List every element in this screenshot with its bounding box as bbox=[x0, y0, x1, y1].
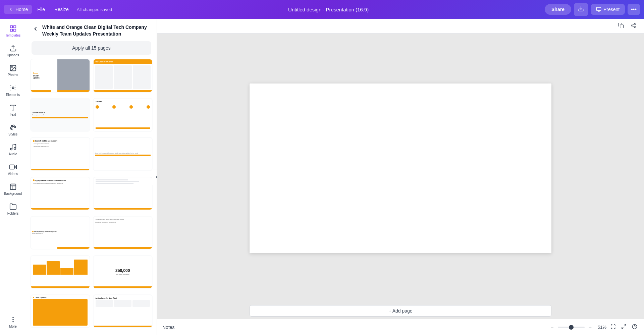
template-slide-5[interactable]: Launch mobile app support Lorem ipsum do… bbox=[30, 137, 90, 171]
svg-point-15 bbox=[14, 126, 15, 128]
folders-icon bbox=[9, 203, 17, 210]
sidebar-item-styles[interactable]: Styles bbox=[2, 120, 24, 139]
text-label: Text bbox=[10, 113, 16, 116]
sidebar-item-background[interactable]: Background bbox=[2, 180, 24, 199]
chevron-left-icon bbox=[8, 7, 13, 12]
home-button[interactable]: Home bbox=[4, 5, 32, 14]
resize-button[interactable]: Resize bbox=[50, 5, 73, 14]
document-title: Untitled design - Presentation (16:9) bbox=[115, 7, 542, 12]
text-icon bbox=[9, 104, 17, 111]
svg-rect-6 bbox=[10, 29, 12, 31]
photos-icon bbox=[9, 64, 17, 72]
present-label: Present bbox=[603, 7, 620, 12]
canvas-toolbar bbox=[157, 19, 644, 34]
svg-point-24 bbox=[13, 319, 13, 320]
template-slide-8[interactable] bbox=[93, 177, 153, 210]
template-slide-4[interactable]: Timeline bbox=[93, 98, 153, 131]
apply-all-button[interactable]: Apply all 15 pages bbox=[32, 41, 151, 55]
svg-line-31 bbox=[633, 24, 634, 25]
elements-icon bbox=[9, 84, 17, 92]
sidebar-item-photos[interactable]: Photos bbox=[2, 61, 24, 80]
copy-icon-button[interactable] bbox=[616, 20, 626, 32]
fullscreen-icon bbox=[621, 324, 627, 329]
svg-point-10 bbox=[11, 66, 12, 67]
topbar: Home File Resize All changes saved Untit… bbox=[0, 0, 644, 19]
template-slide-14[interactable]: Action Items for Next Week bbox=[93, 294, 153, 328]
template-slide-6[interactable]: Some text here about the project details… bbox=[93, 137, 153, 171]
svg-line-32 bbox=[624, 325, 626, 326]
svg-point-23 bbox=[13, 317, 13, 318]
template-name: White and Orange Clean Digital Tech Comp… bbox=[42, 24, 151, 37]
fullscreen-button[interactable] bbox=[620, 323, 628, 332]
sidebar-item-text[interactable]: Text bbox=[2, 101, 24, 120]
svg-rect-22 bbox=[10, 184, 16, 190]
template-slide-2[interactable]: Our Goals at a Glance bbox=[93, 59, 153, 92]
template-panel: White and Orange Clean Digital Tech Comp… bbox=[26, 19, 157, 335]
resize-label: Resize bbox=[54, 7, 69, 12]
slide-canvas[interactable] bbox=[250, 83, 551, 253]
sidebar-item-videos[interactable]: Videos bbox=[2, 160, 24, 179]
share-icon bbox=[631, 22, 637, 29]
sidebar-item-templates[interactable]: Templates bbox=[2, 21, 24, 41]
zoom-thumb bbox=[569, 325, 574, 330]
zoom-in-button[interactable]: + bbox=[587, 323, 593, 332]
svg-line-30 bbox=[633, 26, 634, 27]
fit-screen-icon bbox=[610, 324, 616, 329]
template-slide-10[interactable]: Survey data and results from community g… bbox=[93, 216, 153, 249]
template-panel-header: White and Orange Clean Digital Tech Comp… bbox=[26, 19, 157, 40]
add-page-button[interactable]: + Add page bbox=[250, 305, 551, 317]
left-sidebar: Templates Uploads Photos Elements bbox=[0, 19, 26, 335]
sidebar-item-audio[interactable]: Audio bbox=[2, 140, 24, 159]
hide-panel-button[interactable] bbox=[152, 169, 157, 185]
more-icon bbox=[9, 316, 17, 323]
file-button[interactable]: File bbox=[33, 5, 49, 14]
template-slide-7[interactable]: Apply license for collaboration feature … bbox=[30, 177, 90, 210]
template-slide-11[interactable] bbox=[30, 255, 90, 289]
videos-icon bbox=[9, 163, 17, 171]
back-button[interactable] bbox=[32, 25, 40, 35]
uploads-icon bbox=[9, 45, 17, 52]
present-button[interactable]: Present bbox=[591, 4, 625, 15]
svg-rect-21 bbox=[9, 165, 14, 169]
help-icon bbox=[632, 324, 637, 329]
template-slide-3[interactable]: Special Projects Some project details bbox=[30, 98, 90, 131]
add-page-area: + Add page bbox=[157, 303, 644, 319]
template-slide-12[interactable]: 250,000 Key metric description bbox=[93, 255, 153, 289]
template-slides-grid: Group WeeklyUpdates Our Goals at a Glanc… bbox=[26, 59, 157, 335]
background-label: Background bbox=[4, 192, 22, 196]
zoom-out-button[interactable]: − bbox=[549, 323, 555, 332]
sidebar-item-more[interactable]: More bbox=[2, 313, 24, 332]
svg-rect-1 bbox=[596, 7, 601, 10]
share-canvas-button[interactable] bbox=[629, 20, 639, 32]
sidebar-item-folders[interactable]: Folders bbox=[2, 200, 24, 219]
help-button[interactable] bbox=[631, 323, 639, 332]
videos-label: Videos bbox=[8, 172, 18, 176]
svg-point-19 bbox=[14, 148, 16, 150]
template-slide-1[interactable]: Group WeeklyUpdates bbox=[30, 59, 90, 92]
background-icon bbox=[9, 183, 17, 190]
svg-rect-26 bbox=[620, 24, 624, 28]
template-slide-9[interactable]: Survey existing community groups Details… bbox=[30, 216, 90, 249]
home-label: Home bbox=[15, 7, 28, 12]
styles-icon bbox=[9, 124, 17, 131]
file-label: File bbox=[37, 7, 45, 12]
sidebar-item-elements[interactable]: Elements bbox=[2, 81, 24, 100]
templates-label: Templates bbox=[5, 34, 21, 37]
template-slide-13[interactable]: Other Updates bbox=[30, 294, 90, 328]
zoom-percentage: 51% bbox=[596, 325, 606, 330]
svg-point-29 bbox=[634, 26, 636, 28]
svg-rect-4 bbox=[10, 26, 12, 28]
fit-to-screen-button[interactable] bbox=[609, 323, 617, 332]
sidebar-item-uploads[interactable]: Uploads bbox=[2, 41, 24, 60]
share-button[interactable]: Share bbox=[545, 4, 571, 15]
photos-label: Photos bbox=[8, 73, 18, 77]
svg-rect-5 bbox=[13, 26, 15, 28]
save-status: All changes saved bbox=[77, 7, 112, 12]
zoom-slider[interactable] bbox=[558, 327, 585, 328]
svg-point-11 bbox=[12, 87, 14, 89]
back-arrow-icon bbox=[32, 25, 39, 32]
svg-rect-7 bbox=[13, 29, 15, 31]
more-options-button[interactable]: ••• bbox=[628, 4, 640, 15]
download-button[interactable] bbox=[574, 3, 588, 16]
templates-icon bbox=[9, 25, 17, 32]
